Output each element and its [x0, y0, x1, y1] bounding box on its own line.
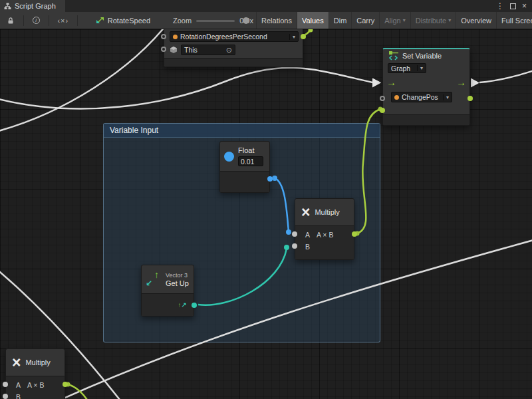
multiply-icon: × — [12, 355, 21, 370]
carry-button[interactable]: Carry — [351, 12, 379, 29]
script-graph-icon — [4, 3, 11, 10]
graph-asset-name: RotateSpeed — [96, 16, 150, 25]
port-a-label: A — [16, 381, 21, 389]
values-button[interactable]: Values — [297, 12, 329, 29]
node-title: Float — [238, 146, 263, 154]
variable-scope-dropdown[interactable]: Graph ▾ — [388, 63, 426, 73]
output-port-value[interactable] — [467, 96, 473, 101]
node-get-variable[interactable]: RotationDegreesPerSecond ▾ This ⊙ — [164, 28, 303, 67]
variable-name-dropdown[interactable]: RotationDegreesPerSecond ▾ — [170, 31, 299, 42]
align-button[interactable]: Align▾ — [379, 12, 410, 29]
cube-icon — [170, 46, 178, 54]
graph-name-label: RotateSpeed — [108, 17, 150, 25]
chevron-down-icon: ▾ — [443, 94, 449, 100]
input-port-value[interactable] — [380, 108, 385, 113]
vector3-axes-icon: ↑ ↙ — [146, 271, 162, 288]
float-type-icon — [224, 152, 234, 162]
script-graph-asset-icon — [96, 16, 104, 25]
node-title: Get Up — [166, 279, 189, 287]
input-port-b[interactable] — [292, 243, 297, 249]
float-value-input[interactable]: 0.01 — [238, 156, 263, 166]
full-screen-button[interactable]: Full Screen — [496, 12, 532, 29]
node-get-up[interactable]: ↑ ↙ Vector 3 Get Up ↑↗ — [141, 265, 194, 317]
object-picker-icon[interactable]: ⊙ — [223, 46, 232, 55]
divider — [49, 15, 49, 26]
group-title[interactable]: Variable Input — [104, 124, 380, 138]
graph-toolbar: i ‹×› RotateSpeed Zoom 0.9x Relations Va… — [0, 12, 532, 29]
input-port-a[interactable] — [3, 382, 8, 387]
port-ab-label: A × B — [27, 381, 44, 389]
node-float-literal[interactable]: Float 0.01 — [219, 141, 270, 193]
node-title: Set Variable — [402, 52, 442, 60]
node-set-variable[interactable]: Set Variable Graph ▾ → → ChangePos ▾ — [382, 48, 470, 126]
chevron-down-icon: ▾ — [289, 34, 295, 40]
tab-script-graph[interactable]: Script Graph — [0, 0, 65, 12]
target-object-field[interactable]: This ⊙ — [181, 45, 235, 55]
variable-dot-icon — [173, 35, 178, 39]
port-a-label: A — [305, 231, 310, 239]
zoom-label: Zoom — [173, 17, 192, 25]
flow-in-port-icon[interactable]: → — [386, 77, 396, 87]
zoom-slider-track[interactable] — [196, 20, 235, 22]
output-port-vector3[interactable] — [192, 303, 197, 308]
code-preview-icon[interactable]: ‹×› — [55, 17, 71, 25]
node-title: Multiply — [315, 208, 339, 216]
input-port-a[interactable] — [292, 231, 297, 237]
chevron-down-icon: ▾ — [417, 65, 423, 71]
multiply-icon: × — [301, 205, 310, 220]
port-b-label: B — [305, 243, 310, 251]
input-port-b[interactable] — [3, 394, 8, 399]
dim-button[interactable]: Dim — [329, 12, 352, 29]
overview-button[interactable]: Overview — [456, 12, 496, 29]
flow-out-port-icon[interactable]: → — [456, 77, 466, 87]
variable-dot-icon — [394, 95, 399, 100]
set-variable-icon — [388, 51, 399, 61]
divider — [23, 15, 24, 26]
chevron-down-icon: ▾ — [403, 17, 406, 23]
output-port-result[interactable] — [63, 382, 68, 387]
zoom-slider-handle[interactable] — [243, 17, 249, 24]
variable-name-dropdown[interactable]: ChangePos ▾ — [391, 92, 452, 102]
node-multiply[interactable]: × Multiply A A × B B — [295, 198, 354, 260]
output-port-result[interactable] — [352, 231, 357, 237]
info-icon[interactable]: i — [30, 17, 43, 24]
target-label: This — [184, 46, 198, 54]
variable-name-label: RotationDegreesPerSecond — [180, 33, 267, 41]
node-type-label: Vector 3 — [166, 272, 189, 279]
zoom-slider[interactable] — [196, 15, 235, 26]
variable-name-label: ChangePos — [402, 93, 438, 101]
chevron-down-icon: ▾ — [448, 17, 451, 23]
window-title: Script Graph — [15, 2, 56, 10]
relations-button[interactable]: Relations — [256, 12, 297, 29]
port-ab-label: A × B — [317, 231, 333, 239]
close-icon[interactable]: × — [522, 1, 527, 11]
distribute-button[interactable]: Distribute▾ — [410, 12, 456, 29]
divider — [77, 15, 78, 26]
node-title: Multiply — [25, 358, 50, 366]
port-b-label: B — [16, 393, 21, 399]
scope-label: Graph — [391, 65, 410, 72]
output-port-float[interactable] — [267, 176, 273, 182]
window-titlebar: Script Graph ⋮ × — [0, 0, 532, 12]
kebab-menu-icon[interactable]: ⋮ — [496, 1, 504, 11]
node-multiply-bottom[interactable]: × Multiply A A × B B — [5, 348, 65, 399]
input-port[interactable] — [380, 96, 385, 101]
vector3-output-icon: ↑↗ — [178, 301, 187, 309]
maximize-icon[interactable] — [510, 3, 516, 9]
input-port[interactable] — [161, 47, 166, 52]
flow-wire-arrow — [373, 78, 381, 86]
lock-icon[interactable] — [4, 17, 17, 25]
input-port[interactable] — [161, 34, 166, 39]
output-port-value[interactable] — [301, 34, 306, 39]
